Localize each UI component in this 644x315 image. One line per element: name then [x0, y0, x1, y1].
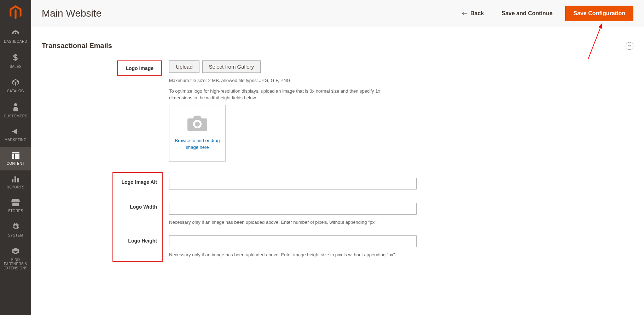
logo-width-label: Logo Width — [118, 204, 157, 238]
bars-icon — [12, 175, 19, 184]
logo-fields-inputs: Necessary only if an image has been uplo… — [169, 172, 417, 262]
file-help-text: Maximum file size: 2 MB. Allowed file ty… — [169, 77, 417, 84]
logo-image-row: Logo Image Upload Select from Gallery Ma… — [42, 60, 633, 162]
logo-image-field: Upload Select from Gallery Maximum file … — [169, 60, 417, 162]
person-icon — [13, 103, 18, 113]
nav-label: MARKETING — [5, 138, 27, 142]
dollar-icon: $ — [12, 53, 19, 63]
box-icon — [12, 78, 19, 88]
content-area: Transactional Emails Logo Image Upload S… — [31, 31, 644, 276]
svg-rect-3 — [14, 176, 16, 182]
nav-label: DASHBOARD — [4, 40, 27, 43]
nav-stores[interactable]: STORES — [0, 194, 31, 218]
logo-alt-input[interactable] — [169, 178, 417, 189]
nav-marketing[interactable]: MARKETING — [0, 123, 31, 147]
collapse-button[interactable] — [626, 42, 633, 50]
store-icon — [11, 199, 20, 208]
nav-partners[interactable]: FIND PARTNERS & EXTENSIONS — [0, 242, 31, 275]
main-content: Main Website 🡐 Back Save and Continue Sa… — [31, 0, 644, 276]
logo-alt-label: Logo Image Alt — [118, 179, 157, 204]
nav-customers[interactable]: CUSTOMERS — [0, 98, 31, 123]
arrow-left-icon: 🡐 — [462, 10, 468, 17]
logo-height-help: Necessary only if an image has been uplo… — [169, 251, 417, 258]
nav-label: SYSTEM — [8, 233, 23, 237]
svg-rect-2 — [12, 179, 13, 182]
gear-icon — [12, 223, 19, 232]
svg-text:$: $ — [13, 53, 18, 62]
upload-dropzone[interactable]: Browse to find or drag image here — [169, 105, 226, 162]
section-header[interactable]: Transactional Emails — [42, 38, 633, 60]
select-gallery-button[interactable]: Select from Gallery — [202, 60, 261, 73]
logo-fields-group: Logo Image Alt Logo Width Logo Height Ne… — [42, 172, 633, 262]
nav-catalog[interactable]: CATALOG — [0, 74, 31, 98]
nav-label: CONTENT — [7, 162, 24, 165]
nav-label: CATALOG — [7, 89, 24, 93]
nav-reports[interactable]: REPORTS — [0, 170, 31, 194]
save-continue-button[interactable]: Save and Continue — [495, 7, 559, 20]
nav-system[interactable]: SYSTEM — [0, 218, 31, 242]
nav-content[interactable]: CONTENT — [0, 147, 31, 170]
highlighted-labels-box: Logo Image Alt Logo Width Logo Height — [112, 172, 163, 262]
nav-label: SALES — [10, 65, 22, 69]
save-configuration-button[interactable]: Save Configuration — [565, 6, 633, 21]
nav-label: FIND PARTNERS & EXTENSIONS — [1, 258, 30, 270]
logo-height-input[interactable] — [169, 235, 417, 247]
layout-icon — [12, 152, 19, 160]
logo-width-input[interactable] — [169, 203, 417, 215]
puzzle-icon — [12, 247, 19, 256]
logo-image-label: Logo Image — [117, 60, 162, 76]
nav-dashboard[interactable]: DASHBOARD — [0, 25, 31, 48]
nav-label: STORES — [8, 209, 23, 213]
nav-label: REPORTS — [7, 185, 24, 189]
browse-text[interactable]: Browse to find or drag image here — [169, 138, 225, 150]
resolution-help-text: To optimize logo for high-resolution dis… — [169, 88, 392, 101]
magento-logo[interactable] — [0, 0, 31, 25]
logo-width-help: Necessary only if an image has been uplo… — [169, 219, 417, 226]
dashboard-icon — [11, 30, 20, 38]
svg-rect-4 — [17, 178, 19, 182]
nav-sales[interactable]: $ SALES — [0, 48, 31, 74]
back-label: Back — [470, 10, 484, 17]
nav-label: CUSTOMERS — [4, 114, 27, 118]
svg-point-1 — [14, 103, 17, 106]
chevron-up-icon — [628, 45, 631, 47]
megaphone-icon — [11, 128, 20, 136]
camera-icon — [187, 116, 207, 133]
top-actions: 🡐 Back Save and Continue Save Configurat… — [457, 6, 633, 21]
top-bar: Main Website 🡐 Back Save and Continue Sa… — [31, 0, 644, 27]
logo-height-label: Logo Height — [118, 238, 157, 244]
page-title: Main Website — [42, 8, 457, 19]
admin-sidebar: DASHBOARD $ SALES CATALOG CUSTOMERS MARK… — [0, 0, 31, 276]
upload-button[interactable]: Upload — [169, 60, 199, 73]
divider — [42, 31, 633, 31]
back-button[interactable]: 🡐 Back — [457, 7, 489, 20]
section-title: Transactional Emails — [42, 42, 112, 50]
